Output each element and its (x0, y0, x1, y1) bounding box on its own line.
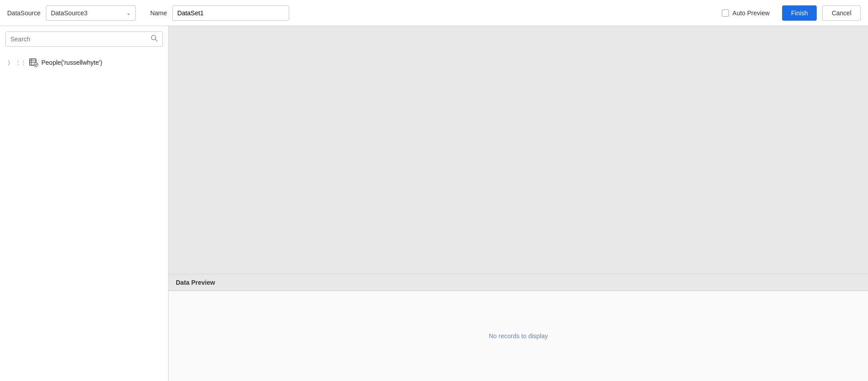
data-preview-content: No records to display (169, 291, 868, 381)
datasource-select[interactable]: DataSource3 ⌄ (46, 5, 136, 21)
datasource-select-value: DataSource3 (51, 9, 88, 17)
auto-preview-label: Auto Preview (733, 9, 770, 17)
datasource-label: DataSource (7, 9, 40, 17)
tree-container: 〉 ⋮⋮ People('russellwhyte') (0, 52, 168, 381)
sidebar: 〉 ⋮⋮ People('russellwhyte') (0, 26, 169, 381)
main-layout: 〉 ⋮⋮ People('russellwhyte') (0, 26, 868, 381)
expand-icon[interactable]: 〉 (5, 59, 13, 66)
svg-line-1 (156, 40, 157, 41)
entity-icon (29, 58, 39, 67)
query-panel (169, 26, 868, 274)
data-preview-header: Data Preview (169, 274, 868, 291)
chevron-down-icon: ⌄ (126, 10, 131, 16)
dataset-name-input[interactable] (172, 5, 289, 21)
auto-preview-checkbox[interactable] (722, 9, 729, 17)
data-preview-section: Data Preview No records to display (169, 274, 868, 381)
list-item[interactable]: 〉 ⋮⋮ People('russellwhyte') (0, 54, 168, 71)
tree-item-label: People('russellwhyte') (41, 59, 102, 66)
search-container (5, 31, 163, 47)
auto-preview-container: Auto Preview (722, 9, 770, 17)
cancel-button[interactable]: Cancel (822, 5, 861, 21)
no-records-text: No records to display (489, 332, 548, 340)
search-icon[interactable] (151, 35, 158, 44)
header-bar: DataSource DataSource3 ⌄ Name Auto Previ… (0, 0, 868, 26)
search-input[interactable] (10, 36, 147, 43)
finish-button[interactable]: Finish (782, 5, 817, 21)
drag-handle-icon: ⋮⋮ (15, 59, 26, 66)
name-label: Name (150, 9, 167, 17)
content-area: Data Preview No records to display (169, 26, 868, 381)
